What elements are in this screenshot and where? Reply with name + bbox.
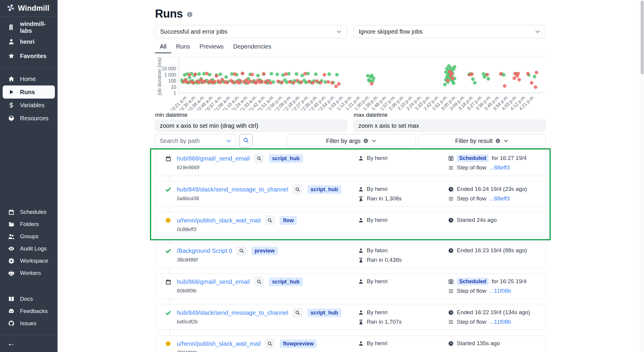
inspect-run-button[interactable] xyxy=(292,308,303,318)
run-row[interactable]: hub/868/gmail/_send_emailscript_hub60b9f… xyxy=(155,274,546,299)
run-point-error[interactable] xyxy=(526,72,530,75)
run-point-error[interactable] xyxy=(530,81,533,85)
run-point-error[interactable] xyxy=(304,72,307,76)
sidebar-item-variables[interactable]: Variables xyxy=(0,99,58,112)
runs-info-icon[interactable] xyxy=(187,11,193,18)
run-row[interactable]: /Background Script 0preview38c8486fBy fa… xyxy=(155,243,546,268)
app-logo[interactable]: Windmill xyxy=(0,0,58,17)
run-row[interactable]: hub/849/slack/send_message_to_channelscr… xyxy=(155,305,546,330)
run-point-error[interactable] xyxy=(450,71,453,75)
run-point-error[interactable] xyxy=(241,71,244,75)
tab-all[interactable]: All xyxy=(155,42,171,53)
run-point-error[interactable] xyxy=(319,81,322,84)
run-point-error[interactable] xyxy=(221,78,224,81)
run-point-error[interactable] xyxy=(370,82,374,85)
run-point-error[interactable] xyxy=(315,79,318,83)
run-path-link[interactable]: /Background Script 0 xyxy=(177,247,232,254)
sidebar-item-schedules[interactable]: Schedules xyxy=(0,206,58,218)
run-point-error[interactable] xyxy=(446,79,450,82)
run-point-error[interactable] xyxy=(262,72,266,76)
run-point-error[interactable] xyxy=(516,72,520,75)
scrollbar-thumb[interactable] xyxy=(641,1,644,74)
sidebar-item-home[interactable]: Home xyxy=(0,72,58,85)
run-point-success[interactable] xyxy=(335,73,339,77)
run-point-error[interactable] xyxy=(451,77,454,80)
sidebar-item-folders[interactable]: Folders xyxy=(0,218,58,230)
parent-flow-link[interactable]: ...11f08b xyxy=(489,319,511,325)
run-point-error[interactable] xyxy=(288,80,292,84)
run-path-link[interactable]: hub/868/gmail/_send_email xyxy=(177,278,250,285)
run-path-link[interactable]: hub/849/slack/send_message_to_channel xyxy=(177,309,288,316)
sidebar-item-favorites[interactable]: Favorites xyxy=(0,49,58,63)
run-point-error[interactable] xyxy=(248,80,252,83)
run-point-success[interactable] xyxy=(487,77,490,81)
run-row[interactable]: u/henri/publish_slack_wait_mailflowprevi… xyxy=(155,336,546,352)
run-point-error[interactable] xyxy=(276,80,280,83)
sidebar-item-resources[interactable]: Resources xyxy=(0,112,58,125)
sidebar-item-docs[interactable]: Docs xyxy=(0,293,58,305)
run-point-error[interactable] xyxy=(486,73,489,77)
inspect-run-button[interactable] xyxy=(265,339,275,349)
scatter-plot-svg[interactable]: 10 0001 000100101job duration (ms)10:21 … xyxy=(155,57,546,110)
run-point-error[interactable] xyxy=(186,80,189,84)
run-point-error[interactable] xyxy=(311,81,315,85)
search-button[interactable] xyxy=(239,134,253,148)
sidebar-item-feedbacks[interactable]: Feedbacks xyxy=(0,305,58,317)
run-point-success[interactable] xyxy=(314,72,318,76)
parent-flow-link[interactable]: ...88eff3 xyxy=(489,195,510,202)
tab-runs[interactable]: Runs xyxy=(171,42,195,53)
run-point-error[interactable] xyxy=(499,72,503,76)
run-point-error[interactable] xyxy=(513,77,516,80)
run-point-error[interactable] xyxy=(250,73,254,76)
run-point-error[interactable] xyxy=(188,73,191,77)
run-point-error[interactable] xyxy=(205,72,209,75)
run-point-error[interactable] xyxy=(296,79,299,82)
tab-previews[interactable]: Previews xyxy=(195,42,228,53)
run-point-success[interactable] xyxy=(452,82,455,85)
collapse-sidebar-arrow-icon[interactable]: ← xyxy=(7,339,15,348)
run-row[interactable]: u/henri/publish_slack_wait_mailflow0c88e… xyxy=(155,212,546,237)
run-point-error[interactable] xyxy=(300,80,303,84)
max-datetime-input[interactable]: zoom x axis to set max xyxy=(354,120,546,132)
run-point-success[interactable] xyxy=(275,73,279,76)
run-point-error[interactable] xyxy=(337,82,341,86)
sidebar-item-audit-logs[interactable]: Audit Logs xyxy=(0,242,58,255)
run-point-error[interactable] xyxy=(334,85,338,88)
run-point-success[interactable] xyxy=(270,72,273,76)
run-point-success[interactable] xyxy=(197,72,201,76)
run-point-success[interactable] xyxy=(295,72,298,76)
inspect-run-button[interactable] xyxy=(236,246,247,256)
run-point-success[interactable] xyxy=(256,74,260,77)
vertical-scrollbar[interactable] xyxy=(640,0,644,352)
inspect-run-button[interactable] xyxy=(254,153,264,163)
sidebar-item-windmill-labs[interactable]: windmill-labs xyxy=(0,20,58,35)
duration-scatter-chart[interactable]: 10 0001 000100101job duration (ms)10:21 … xyxy=(155,57,546,110)
filter-by-args-button[interactable]: Filter by args xyxy=(287,134,416,148)
run-point-error[interactable] xyxy=(534,85,537,89)
search-by-path-select[interactable]: Search by path xyxy=(155,134,236,148)
run-point-error[interactable] xyxy=(215,74,218,78)
run-row[interactable]: hub/868/gmail/_send_emailscript_hub619e9… xyxy=(155,150,546,175)
run-point-success[interactable] xyxy=(224,75,228,79)
inspect-run-button[interactable] xyxy=(254,277,264,287)
parent-flow-link[interactable]: ...11f08b xyxy=(489,288,511,294)
run-point-error[interactable] xyxy=(260,80,264,83)
skipped-flows-select[interactable]: Ignore skipped flow jobs xyxy=(354,25,546,38)
run-point-error[interactable] xyxy=(535,71,538,74)
run-point-success[interactable] xyxy=(453,65,456,69)
sidebar-item-workers[interactable]: Workers xyxy=(0,267,58,279)
min-datetime-input[interactable]: zoom x axis to set min (drag with ctrl) xyxy=(155,120,347,132)
run-path-link[interactable]: hub/849/slack/send_message_to_channel xyxy=(177,186,288,193)
run-point-error[interactable] xyxy=(225,81,229,85)
run-point-error[interactable] xyxy=(326,80,330,84)
inspect-run-button[interactable] xyxy=(265,215,275,225)
run-point-error[interactable] xyxy=(203,80,207,83)
sidebar-item-runs[interactable]: Runs xyxy=(3,85,55,99)
run-point-error[interactable] xyxy=(239,79,242,83)
run-path-link[interactable]: hub/868/gmail/_send_email xyxy=(177,155,250,162)
sidebar-item-workspace[interactable]: Workspace xyxy=(0,255,58,267)
run-point-error[interactable] xyxy=(193,73,197,76)
run-point-error[interactable] xyxy=(292,81,295,84)
run-path-link[interactable]: u/henri/publish_slack_wait_mail xyxy=(177,340,261,347)
run-point-error[interactable] xyxy=(231,81,235,84)
